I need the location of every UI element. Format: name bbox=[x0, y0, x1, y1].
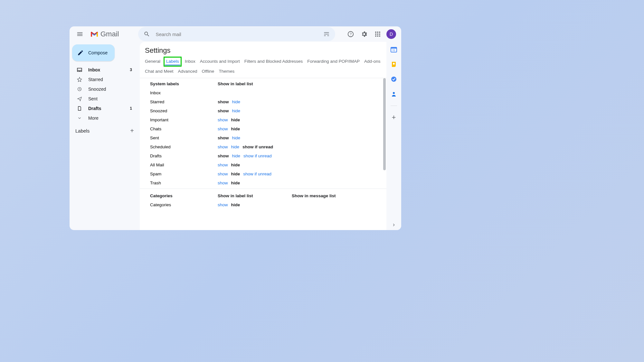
nav-inbox[interactable]: Inbox 3 bbox=[70, 65, 137, 75]
opt-hide[interactable]: hide bbox=[231, 117, 240, 122]
side-panel-toggle[interactable] bbox=[390, 221, 398, 229]
header-right: ? D bbox=[345, 28, 398, 40]
body: Compose Inbox 3 Starred Snoozed Sent bbox=[70, 42, 401, 230]
opt-show[interactable]: show bbox=[218, 172, 228, 176]
opt-hide[interactable]: hide bbox=[232, 153, 241, 158]
settings-button[interactable] bbox=[358, 28, 370, 40]
label-row: Sentshowhide bbox=[140, 133, 386, 142]
tab-general[interactable]: General bbox=[145, 58, 160, 65]
nav-more[interactable]: More bbox=[70, 113, 137, 123]
opt-show[interactable]: show bbox=[218, 144, 228, 149]
tasks-app-icon[interactable] bbox=[391, 76, 397, 82]
opt-hide[interactable]: hide bbox=[231, 202, 240, 207]
account-avatar[interactable]: D bbox=[386, 29, 396, 39]
opt-show_if_unread[interactable]: show if unread bbox=[243, 153, 272, 158]
gmail-logo[interactable]: Gmail bbox=[90, 30, 119, 38]
label-name: Snoozed bbox=[150, 108, 218, 113]
opt-hide[interactable]: hide bbox=[231, 172, 240, 176]
svg-point-10 bbox=[379, 35, 380, 37]
nav-sent-label: Sent bbox=[88, 96, 132, 101]
tab-forwarding-and-pop-imap[interactable]: Forwarding and POP/IMAP bbox=[307, 58, 360, 65]
label-name: Scheduled bbox=[150, 144, 218, 149]
col-categories: Categories bbox=[150, 193, 218, 198]
svg-point-3 bbox=[377, 32, 378, 33]
visibility-options: showhideshow if unread bbox=[218, 153, 292, 158]
tab-accounts-and-import[interactable]: Accounts and Import bbox=[200, 58, 240, 65]
svg-text:?: ? bbox=[350, 32, 352, 36]
tab-inbox[interactable]: Inbox bbox=[185, 58, 195, 65]
scrollbar-thumb[interactable] bbox=[383, 78, 386, 170]
support-button[interactable]: ? bbox=[345, 28, 357, 40]
tab-advanced[interactable]: Advanced bbox=[178, 68, 197, 75]
add-app-button[interactable]: + bbox=[391, 114, 397, 121]
opt-hide[interactable]: hide bbox=[232, 108, 241, 113]
opt-show_if_unread[interactable]: show if unread bbox=[243, 172, 271, 176]
label-name: Important bbox=[150, 117, 218, 122]
tab-themes[interactable]: Themes bbox=[219, 68, 234, 75]
tune-icon bbox=[323, 31, 330, 37]
system-labels-header: System labels Show in label list bbox=[140, 78, 386, 88]
opt-show[interactable]: show bbox=[218, 162, 228, 167]
opt-hide[interactable]: hide bbox=[232, 135, 241, 140]
search-input[interactable] bbox=[156, 32, 318, 37]
nav-inbox-label: Inbox bbox=[88, 67, 124, 72]
nav-snoozed-label: Snoozed bbox=[88, 87, 132, 92]
opt-show[interactable]: show bbox=[218, 135, 229, 140]
label-name: Spam bbox=[150, 172, 218, 176]
contacts-app-icon[interactable] bbox=[391, 91, 397, 97]
svg-point-5 bbox=[375, 33, 376, 35]
tab-add-ons[interactable]: Add-ons bbox=[364, 58, 380, 65]
opt-show[interactable]: show bbox=[218, 153, 229, 158]
apps-button[interactable] bbox=[372, 28, 384, 40]
hamburger-icon bbox=[76, 31, 83, 38]
col-system-labels: System labels bbox=[150, 81, 218, 86]
search-options-button[interactable] bbox=[320, 28, 333, 40]
label-row: Inbox bbox=[140, 88, 386, 97]
opt-hide[interactable]: hide bbox=[231, 144, 240, 149]
tab-labels[interactable]: Labels bbox=[165, 58, 180, 65]
label-name: Categories bbox=[150, 202, 218, 207]
main-menu-button[interactable] bbox=[73, 27, 87, 41]
calendar-app-icon[interactable]: 31 bbox=[391, 46, 397, 53]
header: Gmail ? D bbox=[70, 26, 401, 42]
categories-header: Categories Show in label list Show in me… bbox=[140, 190, 386, 200]
nav-snoozed[interactable]: Snoozed bbox=[70, 84, 137, 94]
visibility-options: showhide bbox=[218, 126, 292, 131]
tab-filters-and-blocked-addresses[interactable]: Filters and Blocked Addresses bbox=[244, 58, 303, 65]
opt-hide[interactable]: hide bbox=[231, 126, 240, 131]
visibility-options: showhideshow if unread bbox=[218, 172, 292, 176]
opt-show[interactable]: show bbox=[218, 99, 229, 104]
tab-chat-and-meet[interactable]: Chat and Meet bbox=[145, 68, 174, 75]
label-row: Trashshowhide bbox=[140, 178, 386, 187]
nav-sent[interactable]: Sent bbox=[70, 94, 137, 104]
nav-drafts[interactable]: Drafts 1 bbox=[70, 104, 137, 113]
search-icon[interactable] bbox=[141, 28, 153, 40]
labels-section-heading: Labels + bbox=[70, 123, 140, 134]
search-bar[interactable] bbox=[138, 27, 335, 41]
help-icon: ? bbox=[347, 31, 354, 38]
compose-button[interactable]: Compose bbox=[72, 44, 115, 61]
compose-label: Compose bbox=[88, 50, 108, 55]
svg-text:31: 31 bbox=[392, 49, 395, 52]
labels-heading-text: Labels bbox=[75, 128, 90, 134]
keep-app-icon[interactable] bbox=[391, 61, 397, 68]
opt-show_if_unread[interactable]: show if unread bbox=[242, 144, 273, 149]
opt-show[interactable]: show bbox=[218, 126, 228, 131]
opt-hide[interactable]: hide bbox=[231, 181, 240, 185]
settings-title: Settings bbox=[140, 42, 386, 58]
opt-show[interactable]: show bbox=[218, 108, 229, 113]
side-panel: 31 + bbox=[386, 42, 401, 230]
opt-hide[interactable]: hide bbox=[231, 162, 240, 167]
tab-offline[interactable]: Offline bbox=[202, 68, 214, 75]
visibility-options: showhideshow if unread bbox=[218, 144, 292, 149]
nav-starred[interactable]: Starred bbox=[70, 75, 137, 84]
add-label-button[interactable]: + bbox=[130, 127, 134, 134]
settings-body[interactable]: System labels Show in label list InboxSt… bbox=[140, 78, 386, 230]
opt-show[interactable]: show bbox=[218, 181, 228, 185]
side-panel-divider bbox=[391, 106, 397, 106]
opt-hide[interactable]: hide bbox=[232, 99, 241, 104]
nav-drafts-count: 1 bbox=[130, 106, 132, 111]
opt-show[interactable]: show bbox=[218, 202, 228, 207]
opt-show[interactable]: show bbox=[218, 117, 228, 122]
nav-more-label: More bbox=[88, 116, 132, 121]
